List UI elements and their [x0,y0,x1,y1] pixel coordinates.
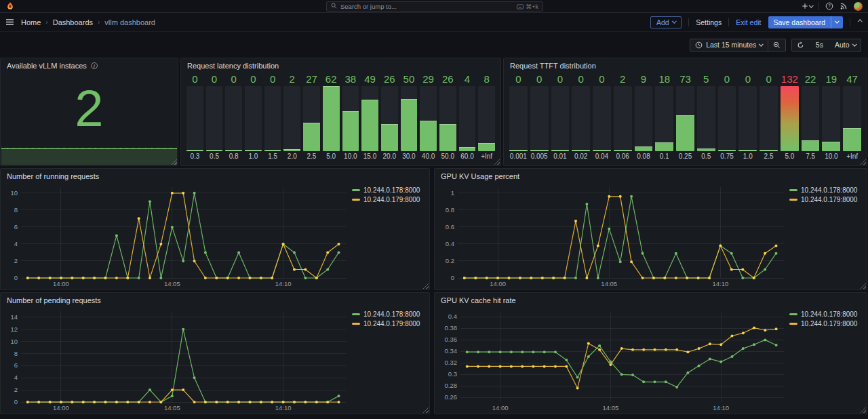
breadcrumb-separator: › [45,18,47,26]
breadcrumb-dashboards[interactable]: Dashboards [53,18,93,26]
breadcrumb-home[interactable]: Home [21,18,41,26]
legend-swatch [789,323,797,325]
panel-title[interactable]: Available vLLM instaces i [7,62,98,70]
breadcrumb: Home › Dashboards › vllm dashboard [21,18,155,26]
legend-item[interactable]: 10.244.0.178:8000 [789,186,861,194]
collapse-toolbar-button[interactable] [857,20,863,24]
resize-handle[interactable] [422,283,429,289]
bar-bucket-label: 20.0 [381,151,398,161]
svg-text:1: 1 [451,189,454,197]
bar-fill [822,142,840,151]
add-button[interactable]: Add [650,16,682,28]
refresh-interval-label[interactable]: 5s [809,39,830,51]
save-dashboard-button[interactable]: Save dashboard [768,16,843,28]
legend-item[interactable]: 10.244.0.179:8000 [789,320,861,327]
bar-column: 1325.0 [781,72,799,161]
svg-text:8: 8 [14,206,18,214]
bar-bucket-label: 0.005 [530,151,549,161]
refresh-button[interactable] [792,39,809,51]
panel-title[interactable]: Number of running requests [7,172,99,180]
bar-value: 9 [635,72,653,86]
legend-item[interactable]: 10.244.0.179:8000 [352,196,424,203]
auto-refresh-dropdown[interactable]: Auto [830,39,861,51]
bar-bucket-label: 2.0 [283,151,300,161]
panel-title[interactable]: Request latency distribution [187,62,279,70]
bar-value: 0 [718,72,736,86]
bar-value: 26 [381,72,398,86]
bar-column: 00.02 [572,72,590,161]
grafana-logo[interactable] [5,1,15,11]
save-dashboard-caret[interactable] [831,16,843,28]
bar-track [186,86,203,151]
svg-text:0.38: 0.38 [445,324,458,332]
bar-gauge: 00.300.500.801.001.522.0272.5625.03810.0… [186,72,495,161]
svg-text:14:10: 14:10 [275,404,292,412]
legend-item[interactable]: 10.244.0.178:8000 [352,186,424,194]
bar-track [676,86,694,151]
menu-toggle-button[interactable] [5,18,14,26]
refresh-group: 5s Auto [791,39,861,52]
bar-bucket-label: 30.0 [401,151,418,161]
bar-bucket-label: +Inf [478,151,495,161]
bar-fill [381,124,398,151]
bar-fill [572,150,590,151]
bar-track [459,86,476,151]
bar-bucket-label: 0.75 [718,151,736,161]
info-icon[interactable]: i [91,62,98,69]
resize-handle[interactable] [422,407,429,413]
legend-item[interactable]: 10.244.0.179:8000 [789,196,861,203]
bar-fill [361,100,378,151]
svg-text:14:10: 14:10 [713,280,729,287]
bar-column: 272.5 [303,72,320,161]
svg-text:6: 6 [14,361,18,369]
time-range-picker[interactable]: Last 15 minutes [690,39,768,51]
legend-label: 10.244.0.179:8000 [801,320,857,327]
legend-item[interactable]: 10.244.0.178:8000 [352,311,424,318]
bar-fill [676,115,694,151]
bar-track [572,86,590,151]
panel-title[interactable]: Number of pending requests [7,296,101,304]
search-input[interactable]: Search or jump to... ⌘+k [326,1,543,12]
resize-handle[interactable] [860,283,866,289]
panel-title[interactable]: Request TTFT distribution [510,62,596,70]
svg-text:8: 8 [14,350,18,357]
bar-bucket-label: 0.8 [225,151,242,161]
exit-edit-button[interactable]: Exit edit [736,18,761,26]
bar-value: 2 [614,72,632,86]
bar-track [635,86,653,151]
user-avatar[interactable] [854,2,863,11]
news-rss-button[interactable] [840,2,848,10]
settings-button[interactable]: Settings [696,18,722,26]
zoom-out-time-button[interactable] [768,39,785,51]
legend-item[interactable]: 10.244.0.179:8000 [352,320,424,327]
divider [688,18,689,26]
bar-fill [551,150,570,151]
svg-text:4: 4 [14,374,18,381]
panel-available-instances: Available vLLM instaces i 2 [0,58,178,166]
bar-column: 2940.0 [420,72,437,161]
bar-track [206,86,223,151]
bar-column: 00.5 [206,72,223,161]
bar-column: 01.0 [245,72,262,161]
legend-item[interactable]: 10.244.0.178:8000 [789,311,861,318]
add-new-button[interactable] [802,3,813,9]
bar-column: 2620.0 [381,72,398,161]
search-placeholder: Search or jump to... [340,3,397,10]
time-series-chart: 024681014:0014:0514:10 [3,183,349,287]
bar-track [738,86,757,151]
bar-fill [323,86,340,151]
svg-text:0.28: 0.28 [445,382,458,389]
panel-title[interactable]: GPU KV cache hit rate [441,296,516,304]
resize-handle[interactable] [860,407,866,413]
legend-label: 10.244.0.179:8000 [363,320,420,327]
help-button[interactable]: ? [825,2,833,10]
bar-fill [342,111,359,151]
panel-title[interactable]: GPU KV Usage percent [441,172,519,180]
bar-fill [635,146,653,151]
bar-fill [206,150,223,151]
svg-text:14:05: 14:05 [164,280,180,287]
bar-track [478,86,495,151]
bar-value: 50 [401,72,418,86]
bar-value: 0 [551,72,570,86]
bar-bucket-label: 0.5 [697,151,715,161]
